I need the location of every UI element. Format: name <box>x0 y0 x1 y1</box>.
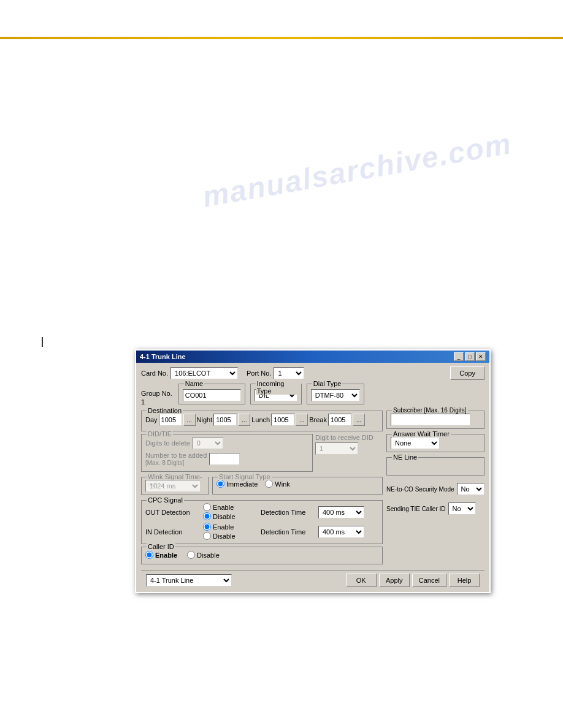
bottom-dropdown[interactable]: 4-1 Trunk Line <box>146 574 232 586</box>
did-tie-group: DID/TIE Digits to delete 0 Number to be … <box>141 434 313 472</box>
answer-wait-timer-group: Answer Wait Timer None <box>386 434 484 452</box>
ok-button[interactable]: OK <box>346 574 377 587</box>
name-field-group: Name <box>178 384 245 407</box>
ne-line-label: NE Line <box>392 453 418 461</box>
immediate-radio[interactable] <box>216 480 224 488</box>
break-input[interactable] <box>328 414 351 426</box>
out-enable-row: Enable <box>203 503 258 511</box>
in-enable-row: Enable <box>203 523 258 531</box>
start-signal-label: Start Signal Type <box>218 473 272 480</box>
out-detection-label: OUT Detection <box>145 509 201 516</box>
watermark: manualsarchive.com <box>200 126 515 214</box>
wink-radio[interactable] <box>265 480 273 488</box>
digits-delete-select: 0 <box>193 437 223 449</box>
out-detection-time-label: Detection Time <box>261 509 316 516</box>
ne-to-co-select[interactable]: No <box>457 483 484 495</box>
dial-type-select[interactable]: DTMF-80 <box>311 389 360 401</box>
wink-label: Wink <box>275 480 289 488</box>
in-disable-radio[interactable] <box>203 532 211 540</box>
left-section: Destination Day ... Night ... Lunch ... … <box>141 411 383 567</box>
cpc-signal-label: CPC Signal <box>147 496 184 504</box>
day-input[interactable] <box>159 414 182 426</box>
wink-radio-row: Wink <box>265 480 289 488</box>
dial-type-label: Dial Type <box>312 380 343 387</box>
number-add-row: Number to be added [Max. 8 Digits] <box>145 452 308 466</box>
lunch-label: Lunch <box>251 416 270 423</box>
port-no-select[interactable]: 1 <box>274 367 304 379</box>
caller-id-enable-label: Enable <box>155 552 177 559</box>
card-no-label: Card No. <box>141 370 168 377</box>
ne-line-group: NE Line <box>386 457 484 476</box>
caller-id-group: Caller ID Enable Disable <box>141 547 383 564</box>
bottom-btn-bar: 4-1 Trunk Line OK Apply Cancel Help <box>141 571 484 590</box>
number-add-label: Number to be added <box>145 452 207 459</box>
start-signal-radios: Immediate Wink <box>216 480 378 489</box>
destination-row: Day ... Night ... Lunch ... Break ... <box>145 414 378 426</box>
break-browse-button[interactable]: ... <box>353 414 365 426</box>
trunk-line-dialog: 4-1 Trunk Line _ □ ✕ Card No. 106:ELCOT … <box>135 349 491 593</box>
caller-id-radios: Enable Disable <box>145 550 378 561</box>
digits-delete-label: Digits to delete <box>145 439 190 447</box>
in-detection-label: IN Detection <box>145 528 201 536</box>
out-enable-label: Enable <box>213 504 234 511</box>
out-disable-label: Disable <box>213 513 236 520</box>
name-row: Group No. 1 Name Incoming Type DIL <box>141 384 484 407</box>
caller-id-disable-radio[interactable] <box>187 551 195 559</box>
caller-id-label: Caller ID <box>147 543 175 550</box>
number-add-input <box>209 453 240 465</box>
help-button[interactable]: Help <box>449 574 480 587</box>
answer-wait-timer-select[interactable]: None <box>391 437 440 449</box>
in-enable-label: Enable <box>213 523 234 531</box>
minimize-button[interactable]: _ <box>454 352 464 361</box>
dialog-title: 4-1 Trunk Line <box>140 353 186 360</box>
start-signal-group: Start Signal Type Immediate Wink <box>212 477 383 495</box>
subscriber-input[interactable] <box>391 414 470 426</box>
number-add-sublabel: [Max. 8 Digits] <box>145 460 184 466</box>
close-button[interactable]: ✕ <box>476 352 486 361</box>
out-enable-radio[interactable] <box>203 503 211 511</box>
name-input[interactable] <box>183 389 241 401</box>
wink-start-row: Wink Signal Time-out 1024 ms Start Signa… <box>141 477 383 498</box>
night-input[interactable] <box>213 414 237 426</box>
digit-receive-select: 1 <box>315 442 358 455</box>
destination-group-label: Destination <box>147 407 183 414</box>
group-no-label: Group No. <box>141 390 172 397</box>
sending-tie-select[interactable]: No <box>448 502 476 515</box>
out-detection-time-select[interactable]: 400 ms <box>318 506 364 518</box>
card-no-select[interactable]: 106:ELCOT <box>170 367 238 379</box>
cancel-button[interactable]: Cancel <box>412 574 446 587</box>
night-label: Night <box>197 416 213 423</box>
in-enable-radio[interactable] <box>203 523 211 531</box>
lunch-input[interactable] <box>271 414 294 426</box>
lunch-browse-button[interactable]: ... <box>296 414 308 426</box>
maximize-button[interactable]: □ <box>465 352 475 361</box>
caller-id-enable-row: Enable <box>145 551 177 559</box>
break-label: Break <box>309 416 327 423</box>
in-disable-label: Disable <box>213 533 236 540</box>
sending-tie-label: Sending TIE Caller ID <box>386 506 446 512</box>
did-digit-row: DID/TIE Digits to delete 0 Number to be … <box>141 434 383 474</box>
card-port-row: Card No. 106:ELCOT Port No. 1 Copy <box>141 366 484 380</box>
incoming-type-label: Incoming Type <box>256 380 301 395</box>
main-section: Destination Day ... Night ... Lunch ... … <box>141 411 484 567</box>
caller-id-enable-radio[interactable] <box>145 551 153 559</box>
out-radios: Enable Disable <box>203 503 258 521</box>
in-detection-time-select[interactable]: 400 ms <box>318 526 364 538</box>
digits-delete-row: Digits to delete 0 <box>145 437 308 449</box>
name-group-label: Name <box>184 380 204 387</box>
digit-receive-label: Digit to receive DID <box>315 434 383 441</box>
ne-line-inner <box>391 460 480 472</box>
out-disable-row: Disable <box>203 512 258 520</box>
caller-id-disable-label: Disable <box>197 552 220 559</box>
copy-button[interactable]: Copy <box>450 366 484 380</box>
immediate-label: Immediate <box>226 480 258 488</box>
ne-to-co-row: NE-to-CO Security Mode No <box>386 483 484 495</box>
top-decorative-bar <box>0 37 563 39</box>
dialog-body: Card No. 106:ELCOT Port No. 1 Copy Group… <box>136 363 489 592</box>
did-tie-label: DID/TIE <box>147 430 173 438</box>
night-browse-button[interactable]: ... <box>238 414 250 426</box>
subscriber-group: Subscriber [Max. 16 Digits] <box>386 411 484 429</box>
out-disable-radio[interactable] <box>203 512 211 520</box>
day-browse-button[interactable]: ... <box>183 414 196 426</box>
apply-button[interactable]: Apply <box>379 574 410 587</box>
